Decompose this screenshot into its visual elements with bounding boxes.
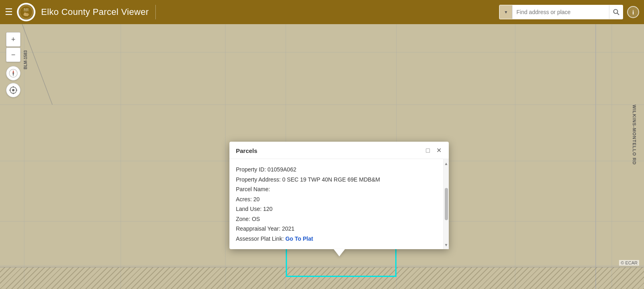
right-road-label: WILKINS-MONTELLO RD xyxy=(632,105,637,165)
search-button[interactable] xyxy=(609,5,623,19)
parcel-name-row: Parcel Name: xyxy=(236,184,437,194)
reappraisal-value-text: 2021 xyxy=(282,225,294,232)
assessor-link[interactable]: Go To Plat xyxy=(285,235,313,242)
popup-controls: □ ✕ xyxy=(424,147,443,155)
scroll-up-arrow[interactable]: ▲ xyxy=(444,160,449,167)
land-use-value-text: 120 xyxy=(263,206,272,212)
reappraisal-label: Reappraisal Year: xyxy=(236,225,281,232)
blm-road-label: BLM-1583 xyxy=(23,50,28,69)
popup-body: Property ID: 01059A062 Property Address:… xyxy=(229,159,449,249)
property-id-value-text: 01059A062 xyxy=(268,166,297,173)
land-use-label: Land Use: xyxy=(236,206,262,212)
property-id-row: Property ID: 01059A062 xyxy=(236,165,437,175)
property-id-label: Property ID: xyxy=(236,166,266,173)
zoom-in-button[interactable]: + xyxy=(6,32,21,47)
popup-header: Parcels □ ✕ xyxy=(229,142,449,159)
assessor-label: Assessor Plat Link: xyxy=(236,235,284,242)
map-controls: + − xyxy=(6,32,21,97)
app-logo: ELKO COUNTY xyxy=(17,3,35,21)
copyright-label: © ECAR xyxy=(619,260,639,266)
search-input[interactable] xyxy=(512,9,609,15)
assessor-row: Assessor Plat Link: Go To Plat xyxy=(236,234,437,244)
search-container: ▾ xyxy=(499,5,623,19)
svg-point-5 xyxy=(24,12,26,14)
zoom-out-button[interactable]: − xyxy=(6,47,21,62)
popup-content: Property ID: 01059A062 Property Address:… xyxy=(229,159,443,249)
reappraisal-row: Reappraisal Year: 2021 xyxy=(236,224,437,234)
locate-button[interactable] xyxy=(6,83,21,97)
property-address-row: Property Address: 0 SEC 19 TWP 40N RGE 6… xyxy=(236,175,437,185)
svg-line-11 xyxy=(617,13,619,15)
property-address-label: Property Address: xyxy=(236,176,281,183)
app-header: ☰ ELKO COUNTY Elko County Parcel Viewer … xyxy=(0,0,644,24)
acres-label: Acres: xyxy=(236,196,252,202)
land-use-row: Land Use: 120 xyxy=(236,204,437,214)
popup-close-button[interactable]: ✕ xyxy=(435,147,443,155)
zone-label: Zone: xyxy=(236,216,250,222)
acres-value-text: 20 xyxy=(254,196,260,202)
info-button[interactable]: i xyxy=(627,6,639,18)
svg-point-0 xyxy=(19,4,34,20)
property-address-value-text: 0 SEC 19 TWP 40N RGE 69E MDB&M xyxy=(282,176,380,183)
popup-tail xyxy=(334,249,345,256)
svg-text:COUNTY: COUNTY xyxy=(24,10,29,12)
scroll-down-arrow[interactable]: ▼ xyxy=(444,241,449,248)
map-area[interactable]: WILKINS-MONTELLO RD BLM-1583 + − xyxy=(0,24,644,289)
popup-maximize-button[interactable]: □ xyxy=(424,147,431,155)
popup-title: Parcels xyxy=(236,147,257,154)
zone-value-text: OS xyxy=(252,216,260,222)
zone-row: Zone: OS xyxy=(236,214,437,224)
header-divider xyxy=(155,5,156,19)
search-dropdown-button[interactable]: ▾ xyxy=(500,5,512,19)
menu-icon[interactable]: ☰ xyxy=(5,7,13,17)
popup-scrollbar: ▲ ▼ xyxy=(443,159,449,249)
parcel-popup: Parcels □ ✕ Property ID: 01059A062 Prope… xyxy=(229,142,449,249)
scroll-thumb[interactable] xyxy=(445,188,448,220)
svg-point-29 xyxy=(13,73,14,74)
app-title: Elko County Parcel Viewer xyxy=(41,7,149,17)
svg-point-10 xyxy=(613,10,617,14)
acres-row: Acres: 20 xyxy=(236,194,437,204)
compass-button[interactable] xyxy=(6,66,21,81)
parcel-name-label: Parcel Name: xyxy=(236,186,270,192)
svg-point-31 xyxy=(12,89,14,91)
